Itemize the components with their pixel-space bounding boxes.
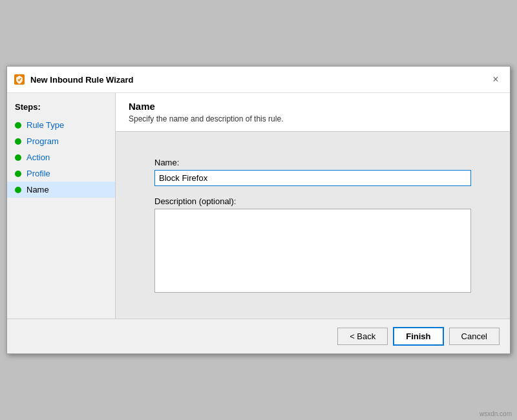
sidebar-label-name: Name <box>26 185 49 194</box>
back-button[interactable]: < Back <box>337 328 388 345</box>
name-label: Name: <box>154 158 471 167</box>
title-bar: New Inbound Rule Wizard × <box>7 67 510 93</box>
page-header: Name Specify the name and description of… <box>116 93 510 132</box>
name-input[interactable] <box>154 170 471 186</box>
sidebar-item-rule-type[interactable]: Rule Type <box>7 117 115 133</box>
footer: < Back Finish Cancel <box>7 319 510 353</box>
description-textarea[interactable] <box>154 209 471 293</box>
sidebar-item-name[interactable]: Name <box>7 182 115 198</box>
description-field-group: Description (optional): <box>154 196 471 293</box>
step-dot-name <box>15 187 21 193</box>
main-panel: Name Specify the name and description of… <box>116 93 510 319</box>
close-button[interactable]: × <box>488 72 503 87</box>
sidebar-title: Steps: <box>7 100 115 117</box>
sidebar-label-program: Program <box>26 136 59 146</box>
window-title: New Inbound Rule Wizard <box>30 75 134 85</box>
sidebar-label-action: Action <box>26 152 50 162</box>
sidebar-label-rule-type: Rule Type <box>26 120 64 130</box>
form-area: Name: Description (optional): <box>116 132 510 319</box>
title-bar-left: New Inbound Rule Wizard <box>14 74 134 85</box>
step-dot-rule-type <box>15 122 21 129</box>
sidebar-item-program[interactable]: Program <box>7 133 115 149</box>
page-subtitle: Specify the name and description of this… <box>129 114 497 123</box>
page-title: Name <box>129 101 497 112</box>
cancel-button[interactable]: Cancel <box>449 328 500 345</box>
step-dot-profile <box>15 171 21 177</box>
content-area: Steps: Rule Type Program Action Profile … <box>7 93 510 319</box>
watermark: wsxdn.com <box>480 410 512 417</box>
sidebar: Steps: Rule Type Program Action Profile … <box>7 93 116 319</box>
sidebar-label-profile: Profile <box>26 169 50 178</box>
step-dot-program <box>15 138 21 145</box>
name-field-group: Name: <box>154 158 471 186</box>
step-dot-action <box>15 154 21 161</box>
description-label: Description (optional): <box>154 196 471 206</box>
sidebar-item-profile[interactable]: Profile <box>7 165 115 182</box>
wizard-window: New Inbound Rule Wizard × Steps: Rule Ty… <box>6 66 511 354</box>
finish-button[interactable]: Finish <box>393 327 443 346</box>
wizard-icon <box>14 74 25 85</box>
sidebar-item-action[interactable]: Action <box>7 149 115 165</box>
